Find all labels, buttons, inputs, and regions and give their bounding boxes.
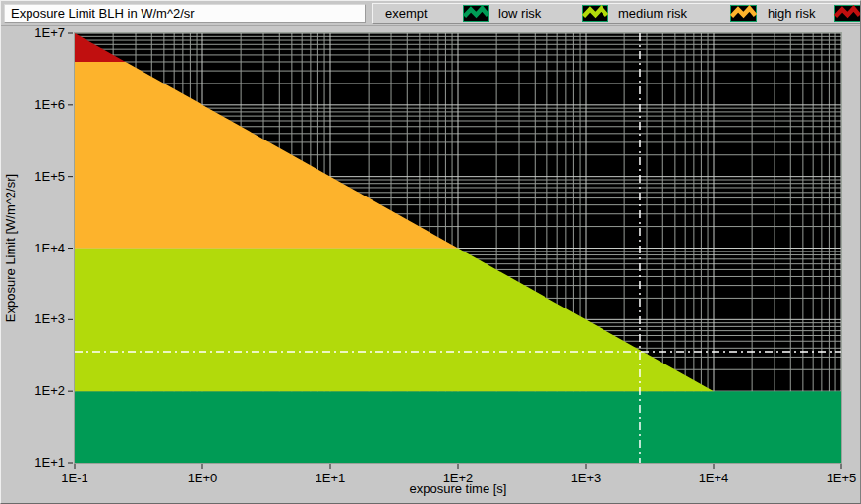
x-tick-label: 1E-1	[61, 471, 87, 485]
y-tick-label: 1E+4	[34, 241, 65, 255]
x-tick-label: 1E+4	[699, 471, 729, 485]
y-tick-label: 1E+7	[34, 26, 65, 40]
region-exempt	[75, 391, 841, 463]
x-axis-title: exposure time [s]	[379, 481, 537, 496]
x-tick-label: 1E+0	[188, 471, 218, 485]
xy-graph-plot[interactable]: 1E-11E+01E+11E+21E+31E+41E+51E+71E+61E+5…	[1, 1, 861, 504]
x-tick-label: 1E+1	[316, 471, 346, 485]
y-tick-label: 1E+5	[34, 169, 65, 184]
y-tick-label: 1E+1	[34, 455, 65, 470]
xy-graph-window: Exposure Limit BLH in W/m^2/sr exemptlow…	[0, 0, 861, 504]
x-tick-label: 1E+3	[571, 471, 602, 485]
y-tick-label: 1E+6	[34, 97, 65, 112]
x-tick-label: 1E+5	[827, 471, 857, 485]
y-axis-title: Exposure Limit [W/m^2/sr]	[3, 145, 18, 352]
y-tick-label: 1E+3	[34, 311, 65, 326]
y-tick-label: 1E+2	[34, 383, 65, 398]
